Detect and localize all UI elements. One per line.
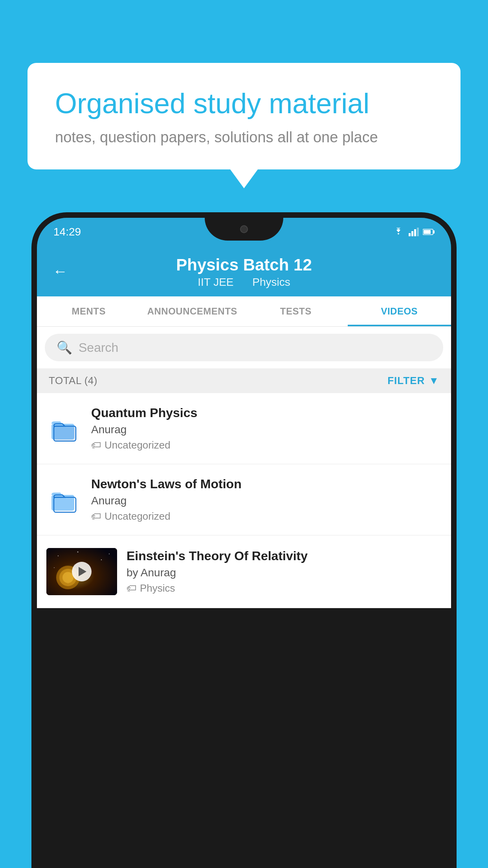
header-title: Physics Batch 12 [53, 256, 435, 274]
screen-content: 🔍 Search TOTAL (4) FILTER ▼ [37, 327, 451, 608]
video-tag: 🏷 Physics [127, 582, 442, 594]
tab-videos[interactable]: VIDEOS [348, 296, 451, 326]
tag-label: Physics [140, 582, 175, 594]
tag-icon: 🏷 [127, 582, 137, 594]
video-title: Einstein's Theory Of Relativity [127, 549, 442, 563]
search-icon: 🔍 [57, 340, 72, 355]
video-tag: 🏷 Uncategorized [91, 510, 442, 522]
signal-icon [409, 228, 419, 236]
header-subtitle: IIT JEE Physics [53, 276, 435, 289]
search-placeholder: Search [79, 340, 118, 355]
bubble-subtitle: notes, question papers, solutions all at… [55, 129, 433, 146]
video-author: Anurag [91, 423, 442, 436]
status-icons [392, 228, 435, 236]
bubble-title: Organised study material [55, 86, 433, 120]
total-count: TOTAL (4) [49, 375, 97, 387]
svg-rect-3 [417, 228, 419, 236]
svg-rect-6 [424, 230, 431, 234]
subtitle-part1: IIT JEE [198, 276, 233, 288]
tag-label: Uncategorized [105, 510, 171, 522]
video-info: Quantum Physics Anurag 🏷 Uncategorized [91, 406, 442, 451]
tab-ments[interactable]: MENTS [37, 296, 141, 326]
folder-icon [46, 482, 82, 517]
video-info: Einstein's Theory Of Relativity by Anura… [127, 549, 442, 594]
video-author: Anurag [91, 495, 442, 507]
phone-inner: 14:29 [37, 218, 451, 868]
svg-rect-0 [409, 233, 411, 236]
thumbnail-bg [46, 548, 117, 595]
camera-dot [240, 225, 248, 233]
svg-point-16 [109, 554, 110, 554]
filter-icon: ▼ [429, 375, 439, 387]
folder-icon [46, 411, 82, 446]
tabs-bar: MENTS ANNOUNCEMENTS TESTS VIDEOS [37, 296, 451, 327]
tag-icon: 🏷 [91, 510, 101, 522]
app-header: ← Physics Batch 12 IIT JEE Physics [37, 246, 451, 296]
tab-tests[interactable]: TESTS [244, 296, 348, 326]
speech-bubble-container: Organised study material notes, question… [28, 63, 460, 169]
svg-rect-5 [433, 230, 435, 234]
svg-point-13 [58, 555, 59, 556]
video-thumbnail [46, 548, 117, 595]
svg-point-14 [77, 552, 79, 553]
play-button[interactable] [72, 562, 92, 581]
battery-icon [423, 228, 435, 235]
list-item[interactable]: Quantum Physics Anurag 🏷 Uncategorized [37, 393, 451, 464]
video-title: Newton's Laws of Motion [91, 477, 442, 491]
back-button[interactable]: ← [53, 263, 68, 280]
filter-label: FILTER [387, 375, 425, 387]
svg-rect-1 [411, 231, 413, 236]
tag-icon: 🏷 [91, 439, 101, 451]
wifi-icon [392, 228, 405, 236]
subtitle-part2: Physics [252, 276, 290, 288]
play-triangle-icon [79, 567, 86, 576]
filter-bar: TOTAL (4) FILTER ▼ [37, 368, 451, 393]
list-item[interactable]: Einstein's Theory Of Relativity by Anura… [37, 535, 451, 608]
svg-rect-2 [414, 229, 416, 236]
tab-announcements[interactable]: ANNOUNCEMENTS [141, 296, 244, 326]
search-bar-container: 🔍 Search [37, 327, 451, 368]
search-bar[interactable]: 🔍 Search [45, 334, 443, 361]
status-bar: 14:29 [37, 218, 451, 246]
video-list: Quantum Physics Anurag 🏷 Uncategorized [37, 393, 451, 608]
video-tag: 🏷 Uncategorized [91, 439, 442, 451]
notch [205, 218, 283, 241]
svg-point-17 [54, 567, 55, 568]
list-item[interactable]: Newton's Laws of Motion Anurag 🏷 Uncateg… [37, 464, 451, 535]
svg-point-15 [101, 559, 102, 560]
video-info: Newton's Laws of Motion Anurag 🏷 Uncateg… [91, 477, 442, 522]
tag-label: Uncategorized [105, 439, 171, 451]
speech-bubble: Organised study material notes, question… [28, 63, 460, 169]
filter-button[interactable]: FILTER ▼ [387, 375, 439, 387]
video-author: by Anurag [127, 566, 442, 579]
phone-frame: 14:29 [31, 212, 457, 868]
svg-rect-8 [54, 426, 76, 441]
status-time: 14:29 [53, 226, 81, 238]
video-title: Quantum Physics [91, 406, 442, 420]
